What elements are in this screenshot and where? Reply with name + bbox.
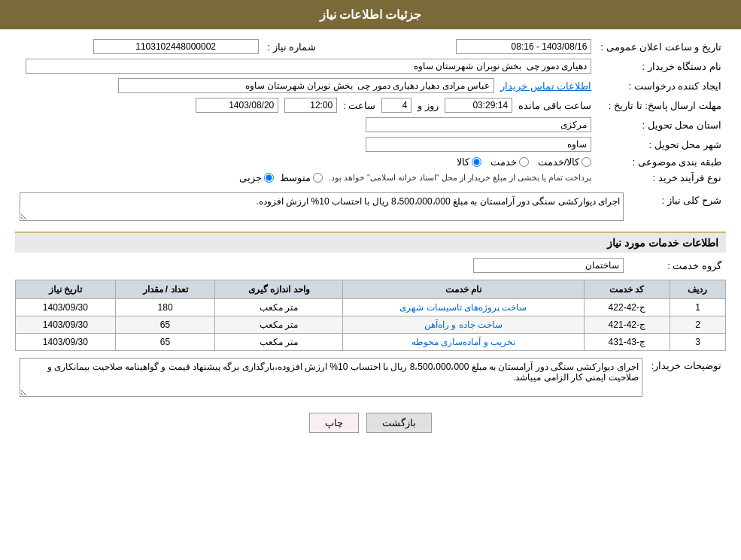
contact-link[interactable]: اطلاعات تماس خریدار — [500, 80, 591, 92]
need-number-input[interactable] — [93, 39, 259, 54]
cell-row-num: 1 — [670, 299, 725, 316]
category-goods-option[interactable]: کالا — [457, 156, 481, 168]
purchase-type-medium-option[interactable]: متوسط — [280, 172, 323, 183]
cell-quantity: 65 — [115, 316, 215, 334]
category-goods-service-label: کالا/خدمت — [538, 156, 580, 168]
category-label: طبقه بندی موضوعی : — [596, 154, 726, 170]
row-city: شهر محل تحویل : — [15, 135, 726, 154]
cell-quantity: 180 — [115, 299, 215, 316]
row-service-group: گروه خدمت : — [15, 256, 726, 275]
purchase-type-part-option[interactable]: جزیی — [239, 172, 274, 183]
cell-service-code: ج-42-422 — [584, 299, 670, 316]
col-row-num: ردیف — [670, 280, 725, 299]
row-need-number: تاریخ و ساعت اعلان عمومی : شماره نیاز : — [15, 37, 726, 56]
announcement-input[interactable] — [456, 39, 591, 54]
purchase-type-medium-label: متوسط — [280, 172, 311, 183]
cell-service-name: ساخت جاده و راه‌آهن — [343, 316, 584, 334]
category-goods-service-option[interactable]: کالا/خدمت — [538, 156, 592, 168]
buyer-notes-textarea[interactable] — [20, 358, 642, 397]
col-service-code: کد خدمت — [584, 280, 670, 299]
col-unit: واحد اندازه گیری — [215, 280, 343, 299]
buyer-org-label: نام دستگاه خریدار : — [596, 56, 726, 76]
cell-unit: متر مکعب — [215, 334, 343, 351]
reply-days-label: روز و — [418, 100, 439, 111]
content-area: تاریخ و ساعت اعلان عمومی : شماره نیاز : … — [0, 29, 741, 452]
row-reply-deadline: مهلت ارسال پاسخ: تا تاریخ : ساعت باقی ما… — [15, 95, 726, 115]
cell-service-code: ج-42-421 — [584, 316, 670, 334]
back-button[interactable]: بازگشت — [366, 413, 432, 433]
need-desc-table: شرح کلی نیاز : — [15, 190, 726, 226]
cell-unit: متر مکعب — [215, 316, 343, 334]
cell-service-code: ج-43-431 — [584, 334, 670, 351]
row-need-desc: شرح کلی نیاز : — [15, 190, 726, 226]
reply-remaining-input[interactable] — [445, 98, 512, 113]
info-table: تاریخ و ساعت اعلان عمومی : شماره نیاز : … — [15, 37, 726, 186]
reply-date-input[interactable] — [196, 98, 278, 113]
page-header: جزئیات اطلاعات نیاز — [0, 0, 741, 29]
buyer-notes-table: توضیحات خریدار: — [15, 356, 726, 401]
cell-row-num: 2 — [670, 316, 725, 334]
reply-days-input[interactable] — [381, 98, 411, 113]
category-service-option[interactable]: خدمت — [490, 156, 529, 168]
cell-date: 1403/09/30 — [16, 316, 116, 334]
row-buyer-org: نام دستگاه خریدار : — [15, 56, 726, 76]
row-province: استان محل تحویل : — [15, 115, 726, 135]
row-purchase-type: نوع فرآیند خرید : پرداخت تمام یا بخشی از… — [15, 170, 726, 186]
cell-service-name: ساخت پروژه‌های تاسیسات شهری — [343, 299, 584, 316]
table-row: 1 ج-42-422 ساخت پروژه‌های تاسیسات شهری م… — [16, 299, 726, 316]
reply-deadline-label: مهلت ارسال پاسخ: تا تاریخ : — [596, 95, 726, 115]
services-section-title: اطلاعات خدمات مورد نیاز — [15, 232, 726, 253]
category-service-label: خدمت — [490, 156, 517, 168]
table-row: 2 ج-42-421 ساخت جاده و راه‌آهن متر مکعب … — [16, 316, 726, 334]
need-description-label: شرح کلی نیاز : — [628, 190, 726, 226]
page-container: جزئیات اطلاعات نیاز تاریخ و ساعت اعلان ع… — [0, 0, 741, 560]
cell-row-num: 3 — [670, 334, 725, 351]
service-group-input[interactable] — [473, 258, 624, 273]
need-description-textarea[interactable] — [20, 192, 624, 221]
services-data-table: ردیف کد خدمت نام خدمت واحد اندازه گیری ت… — [15, 280, 726, 351]
cell-date: 1403/09/30 — [16, 334, 116, 351]
category-goods-label: کالا — [457, 156, 469, 168]
service-group-label: گروه خدمت : — [628, 256, 726, 275]
button-row: بازگشت چاپ — [15, 413, 726, 433]
buyer-notes-label: توضیحات خریدار: — [647, 356, 726, 401]
row-category: طبقه بندی موضوعی : کالا/خدمت خدمت — [15, 154, 726, 170]
reply-time-input[interactable] — [284, 98, 337, 113]
purchase-type-part-label: جزیی — [239, 172, 262, 183]
col-date: تاریخ نیاز — [16, 280, 116, 299]
need-number-label: شماره نیاز : — [263, 37, 361, 56]
city-input[interactable] — [366, 137, 591, 152]
col-quantity: تعداد / مقدار — [115, 280, 215, 299]
reply-remaining-label: ساعت باقی مانده — [518, 100, 591, 111]
announcement-label: تاریخ و ساعت اعلان عمومی : — [596, 37, 726, 56]
table-body: 1 ج-42-422 ساخت پروژه‌های تاسیسات شهری م… — [16, 299, 726, 351]
cell-service-name: تخریب و آماده‌سازی محوطه — [343, 334, 584, 351]
requester-label: ایجاد کننده درخواست : — [596, 76, 726, 95]
service-group-table: گروه خدمت : — [15, 256, 726, 275]
purchase-type-label: نوع فرآیند خرید : — [596, 170, 726, 186]
print-button[interactable]: چاپ — [309, 413, 359, 433]
requester-input[interactable] — [118, 78, 494, 93]
cell-date: 1403/09/30 — [16, 299, 116, 316]
province-input[interactable] — [366, 117, 591, 132]
col-service-name: نام خدمت — [343, 280, 584, 299]
buyer-org-input[interactable] — [26, 59, 592, 74]
cell-unit: متر مکعب — [215, 299, 343, 316]
row-buyer-notes: توضیحات خریدار: — [15, 356, 726, 401]
table-header: ردیف کد خدمت نام خدمت واحد اندازه گیری ت… — [16, 280, 726, 299]
city-label: شهر محل تحویل : — [596, 135, 726, 154]
purchase-type-note: پرداخت تمام یا بخشی از مبلغ خریدار از مح… — [329, 173, 592, 183]
row-requester: ایجاد کننده درخواست : اطلاعات تماس خریدا… — [15, 76, 726, 95]
cell-quantity: 65 — [115, 334, 215, 351]
province-label: استان محل تحویل : — [596, 115, 726, 135]
page-title: جزئیات اطلاعات نیاز — [320, 8, 422, 21]
reply-time-label: ساعت : — [343, 100, 375, 111]
table-row: 3 ج-43-431 تخریب و آماده‌سازی محوطه متر … — [16, 334, 726, 351]
